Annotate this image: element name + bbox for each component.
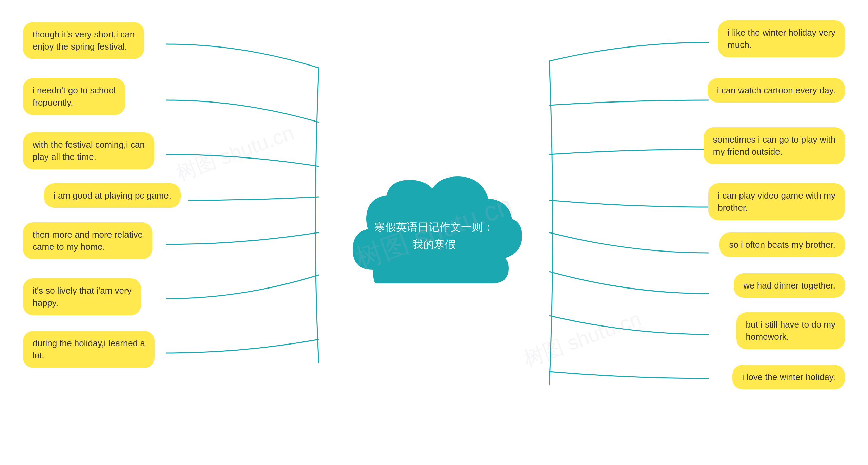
watermark-right: 树图 shutu.cn — [520, 305, 645, 373]
node-l2: i needn't go to school frepuently. — [23, 78, 125, 115]
node-l5: then more and more relative came to my h… — [23, 222, 152, 259]
node-l6: it's so lively that i'am very happy. — [23, 278, 141, 315]
watermark-left: 树图 shutu.cn — [173, 119, 298, 187]
node-r5: so i often beats my brother. — [719, 232, 845, 257]
node-l7: during the holiday,i learned a lot. — [23, 331, 155, 368]
node-l1: though it's very short,i can enjoy the s… — [23, 22, 144, 59]
node-l3: with the festival coming,i can play all … — [23, 132, 154, 169]
node-r2: i can watch cartoon every day. — [708, 78, 845, 103]
node-r7: but i still have to do my homework. — [736, 312, 845, 349]
cloud-center: 寒假英语日记作文一则： 我的寒假 — [339, 161, 529, 304]
node-r3: sometimes i can go to play with my frien… — [704, 127, 845, 164]
node-r1: i like the winter holiday very much. — [718, 20, 845, 57]
node-l4: i am good at playing pc game. — [44, 183, 181, 208]
node-r4: i can play video game with my brother. — [708, 183, 845, 220]
node-r6: we had dinner together. — [734, 273, 845, 298]
node-r8: i love the winter holiday. — [732, 365, 845, 389]
